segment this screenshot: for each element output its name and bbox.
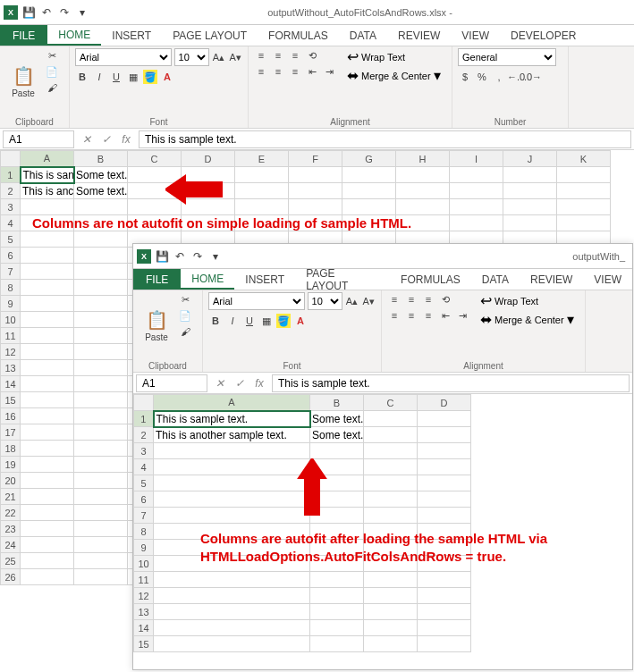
qat-dropdown-icon[interactable]: ▾ (75, 5, 89, 20)
cell-D6[interactable] (418, 491, 471, 508)
cell-A19[interactable] (21, 457, 74, 473)
row-header-13[interactable]: 13 (134, 604, 154, 620)
font-family-select[interactable]: Arial (208, 292, 305, 310)
align-middle-icon[interactable]: ≡ (404, 292, 418, 307)
cell-B21[interactable] (74, 489, 128, 505)
cut-icon[interactable]: ✂ (178, 292, 192, 307)
cell-A7[interactable] (154, 508, 310, 524)
col-header-I[interactable]: I (450, 151, 503, 167)
row-header-23[interactable]: 23 (1, 521, 21, 537)
col-header-E[interactable]: E (235, 151, 289, 167)
cell-A13[interactable] (154, 604, 310, 620)
cell-B11[interactable] (74, 328, 128, 344)
border-button[interactable]: ▦ (126, 70, 140, 84)
spreadsheet-grid-inner[interactable]: ABCD1This is sample text.Some text.2This… (133, 394, 632, 652)
row-header-11[interactable]: 11 (1, 328, 21, 344)
cell-C4[interactable] (364, 459, 418, 475)
cell-A1[interactable]: This is sample text. (154, 411, 310, 427)
align-bottom-icon[interactable]: ≡ (288, 48, 302, 63)
cell-J2[interactable] (503, 183, 557, 199)
cell-C3[interactable] (364, 443, 418, 459)
cell-A14[interactable] (154, 620, 310, 636)
cell-B3[interactable] (74, 199, 128, 215)
cell-D15[interactable] (418, 636, 471, 652)
cell-B26[interactable] (74, 569, 128, 585)
row-header-11[interactable]: 11 (134, 572, 154, 588)
cell-A6[interactable] (21, 248, 74, 264)
row-header-10[interactable]: 10 (134, 556, 154, 572)
align-top-icon[interactable]: ≡ (387, 292, 402, 307)
cell-F1[interactable] (289, 167, 342, 183)
cell-B1[interactable]: Some text. (310, 411, 364, 427)
row-header-6[interactable]: 6 (1, 248, 21, 264)
cell-C14[interactable] (364, 620, 418, 636)
decrease-indent-icon[interactable]: ⇤ (438, 308, 452, 323)
row-header-8[interactable]: 8 (1, 280, 21, 296)
row-header-6[interactable]: 6 (134, 491, 154, 508)
font-color-button[interactable]: A (293, 314, 308, 328)
paste-button[interactable]: 📋 Paste (139, 292, 174, 359)
cell-B12[interactable] (74, 344, 128, 360)
save-icon[interactable]: 💾 (21, 5, 36, 20)
percent-button[interactable]: % (475, 70, 489, 84)
copy-icon[interactable]: 📄 (178, 308, 192, 323)
cell-D11[interactable] (418, 572, 471, 588)
comma-button[interactable]: , (492, 70, 506, 84)
cell-G2[interactable] (342, 183, 396, 199)
row-header-9[interactable]: 9 (134, 540, 154, 556)
font-family-select[interactable]: Arial (75, 48, 172, 66)
cell-A18[interactable] (21, 441, 74, 457)
row-header-15[interactable]: 15 (134, 636, 154, 652)
bold-button[interactable]: B (75, 70, 89, 84)
orientation-icon[interactable]: ⟲ (438, 292, 452, 307)
cell-B13[interactable] (74, 360, 128, 376)
cell-A3[interactable] (154, 443, 310, 459)
cell-B22[interactable] (74, 505, 128, 521)
col-header-B[interactable]: B (310, 395, 364, 411)
cell-A22[interactable] (21, 505, 74, 521)
save-icon[interactable]: 💾 (155, 249, 169, 264)
cut-icon[interactable]: ✂ (45, 48, 59, 63)
cell-D3[interactable] (418, 443, 471, 459)
cell-E1[interactable] (235, 167, 289, 183)
qat-dropdown-icon[interactable]: ▾ (208, 249, 223, 264)
decrease-font-icon[interactable]: A▾ (228, 50, 242, 64)
formula-input[interactable]: This is sample text. (139, 130, 631, 148)
cell-A12[interactable] (154, 588, 310, 604)
cell-A24[interactable] (21, 537, 74, 553)
row-header-14[interactable]: 14 (134, 620, 154, 636)
tab-review[interactable]: REVIEW (520, 269, 583, 290)
cell-D13[interactable] (418, 604, 471, 620)
cell-G3[interactable] (342, 199, 396, 215)
format-painter-icon[interactable]: 🖌 (45, 80, 59, 95)
row-header-25[interactable]: 25 (1, 553, 21, 569)
cell-D12[interactable] (418, 588, 471, 604)
cell-I1[interactable] (450, 167, 503, 183)
cell-A12[interactable] (21, 344, 74, 360)
underline-button[interactable]: U (242, 314, 257, 328)
col-header-H[interactable]: H (396, 151, 450, 167)
row-header-24[interactable]: 24 (1, 537, 21, 553)
orientation-icon[interactable]: ⟲ (305, 48, 319, 63)
underline-button[interactable]: U (109, 70, 123, 84)
accept-formula-icon[interactable]: ✓ (97, 133, 116, 146)
cell-B5[interactable] (74, 231, 128, 248)
format-painter-icon[interactable]: 🖌 (178, 324, 192, 339)
increase-font-icon[interactable]: A▴ (345, 294, 359, 308)
cell-A5[interactable] (21, 231, 74, 248)
tab-insert[interactable]: INSERT (234, 269, 295, 290)
cell-F3[interactable] (289, 199, 342, 215)
cell-A15[interactable] (21, 392, 74, 408)
cell-J1[interactable] (503, 167, 557, 183)
row-header-3[interactable]: 3 (134, 443, 154, 459)
formula-input[interactable]: This is sample text. (272, 374, 630, 392)
cell-A25[interactable] (21, 553, 74, 569)
cell-B12[interactable] (310, 588, 364, 604)
col-header-C[interactable]: C (128, 151, 182, 167)
cell-C5[interactable] (364, 475, 418, 491)
row-header-18[interactable]: 18 (1, 441, 21, 457)
tab-review[interactable]: REVIEW (387, 25, 451, 46)
col-header-D[interactable]: D (182, 151, 235, 167)
cell-C6[interactable] (364, 491, 418, 508)
cell-B7[interactable] (74, 264, 128, 280)
